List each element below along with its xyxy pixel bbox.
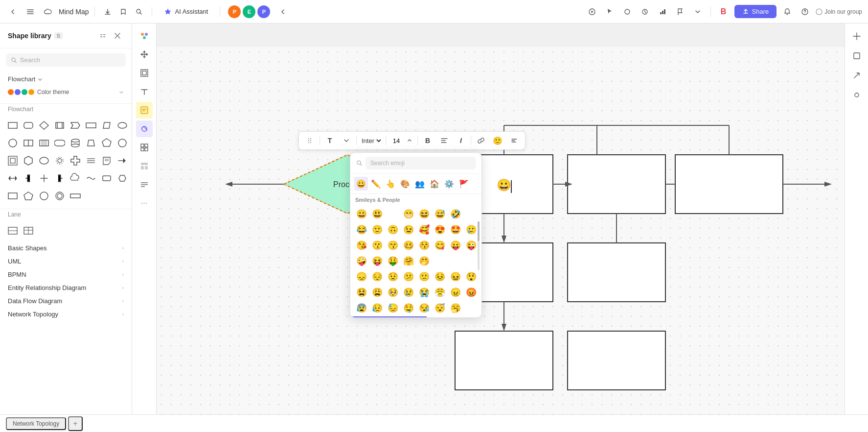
emoji-zany[interactable]: 🤪 — [354, 254, 369, 268]
font-size-up-button[interactable] — [405, 134, 414, 147]
shape-split-rect[interactable] — [22, 136, 35, 150]
join-group-link[interactable]: Join our group — [816, 8, 862, 15]
emoji-cat-symbols[interactable]: 🚩 — [457, 177, 471, 191]
bottom-left-box[interactable] — [455, 331, 553, 390]
emoji-cat-people[interactable]: 👥 — [413, 177, 427, 191]
shape-table[interactable] — [22, 224, 35, 238]
font-size-input[interactable] — [389, 137, 404, 144]
emoji-sob[interactable]: 😭 — [417, 285, 432, 300]
shape-rect[interactable] — [6, 119, 20, 132]
emoji-astonished[interactable]: 😲 — [464, 269, 479, 284]
collapse-sidebar-button[interactable] — [276, 5, 290, 19]
emoji-persevere[interactable]: 😣 — [433, 269, 447, 284]
shape-plus[interactable] — [37, 171, 51, 185]
emoji-grinning[interactable]: 😀 — [354, 207, 369, 221]
emoji-squinting[interactable]: 😆 — [417, 207, 432, 221]
emoji-button[interactable]: 🙂 — [491, 134, 504, 147]
color-theme-row[interactable]: Color theme — [8, 87, 124, 97]
shape-rounded-rect[interactable] — [22, 119, 35, 132]
emoji-sad-relief[interactable]: 😥 — [370, 301, 385, 315]
shape-circle3[interactable] — [37, 189, 51, 203]
link-button[interactable] — [474, 134, 488, 147]
grid-button[interactable] — [136, 139, 153, 156]
pen-button[interactable] — [136, 120, 153, 137]
template-button[interactable] — [136, 158, 153, 174]
emoji-kiss-heart[interactable]: 😘 — [354, 238, 369, 253]
emoji-steam[interactable]: 😤 — [433, 285, 447, 300]
shape-diamond[interactable] — [37, 119, 51, 132]
frame-button[interactable] — [136, 65, 153, 81]
align-button[interactable] — [437, 134, 451, 147]
bpmn-item[interactable]: BPMN › — [0, 268, 132, 281]
emoji-hug[interactable]: 🤗 — [401, 254, 416, 268]
font-t-button[interactable]: T — [323, 134, 337, 147]
text-button[interactable] — [136, 83, 153, 100]
emoji-rage[interactable]: 😡 — [464, 285, 479, 300]
emoji-shush[interactable]: 🤭 — [417, 254, 432, 268]
italic-button[interactable]: I — [454, 134, 468, 147]
cursor-button[interactable] — [603, 5, 617, 19]
emoji-drool[interactable]: 🤤 — [401, 301, 416, 315]
emoji-heart-eyes[interactable]: 🥰 — [417, 222, 432, 237]
bottom-right-box[interactable] — [568, 331, 665, 390]
menu-button[interactable] — [23, 5, 37, 19]
emoji-joy[interactable]: 😂 — [354, 222, 369, 237]
shape-pentagon[interactable] — [100, 136, 114, 150]
emoji-worried[interactable]: 😟 — [386, 269, 400, 284]
font-family-select[interactable]: Inter — [360, 137, 383, 145]
document-title[interactable]: Mind Map — [59, 8, 89, 16]
shape-drum[interactable] — [69, 136, 82, 150]
bookmark-button[interactable] — [116, 5, 130, 19]
color-palette-button[interactable] — [136, 27, 153, 44]
emoji-star-eyes[interactable]: 😍 — [433, 222, 447, 237]
sidebar-settings-button[interactable] — [96, 29, 109, 42]
emoji-confused[interactable]: 😕 — [401, 269, 416, 284]
shape-chevron-rect[interactable] — [69, 119, 82, 132]
emoji-slight-smile[interactable]: 🙂 — [370, 222, 385, 237]
flowchart-label[interactable]: Flowchart — [8, 75, 124, 83]
emoji-cat-smileys[interactable]: 😀 — [354, 177, 368, 191]
back-button[interactable] — [6, 5, 20, 19]
emoji-tired[interactable]: 😫 — [354, 285, 369, 300]
emoji-slightly-frown[interactable]: 🙁 — [417, 269, 432, 284]
play-button[interactable] — [585, 5, 599, 19]
emoji-weary[interactable]: 😩 — [370, 285, 385, 300]
emoji-sweat-smile[interactable]: 😅 — [433, 207, 447, 221]
right-toolbar-btn-1[interactable] — [848, 27, 866, 45]
shape-rect-sides[interactable] — [53, 119, 67, 132]
emoji-smiling-tear[interactable]: 😗 — [370, 238, 385, 253]
sticky-note-button[interactable] — [136, 102, 153, 119]
flag-button[interactable] — [673, 5, 687, 19]
emoji-tongue[interactable]: 😛 — [448, 238, 463, 253]
shape-double-circle[interactable] — [53, 189, 67, 203]
emoji-squinting-tongue[interactable]: 😝 — [370, 254, 385, 268]
shape-note[interactable] — [100, 154, 114, 168]
shape-hex[interactable] — [22, 154, 35, 168]
shape-sun[interactable] — [53, 154, 67, 168]
network-item[interactable]: Network Topology › — [0, 308, 132, 321]
shape-wave[interactable] — [84, 171, 98, 185]
emoji-upside-down[interactable]: 🙃 — [386, 222, 400, 237]
emoji-grinning-eyes[interactable]: 😁 — [401, 207, 416, 221]
shape-bracket-left[interactable] — [22, 171, 35, 185]
shape-circle[interactable] — [6, 136, 20, 150]
emoji-winktongue[interactable]: 😜 — [464, 238, 479, 253]
shape-cross[interactable] — [69, 154, 82, 168]
top-right-box2[interactable] — [675, 155, 783, 214]
basic-shapes-item[interactable]: Basic Shapes › — [0, 241, 132, 255]
bell-button[interactable] — [780, 5, 794, 19]
shape-arrow-right[interactable] — [115, 154, 129, 168]
search-button[interactable] — [132, 5, 146, 19]
shape-rect-r[interactable] — [100, 171, 114, 185]
shape-pentagon2[interactable] — [22, 189, 35, 203]
emoji-cry[interactable]: 😢 — [401, 285, 416, 300]
shape-nested-rect[interactable] — [6, 154, 20, 168]
emoji-starstruck[interactable]: 🤩 — [448, 222, 463, 237]
brand-icon[interactable]: B — [717, 5, 731, 19]
emoji-money[interactable]: 🤑 — [386, 254, 400, 268]
shape-trapezoid[interactable] — [84, 136, 98, 150]
help-button[interactable] — [798, 5, 812, 19]
move-button[interactable] — [136, 46, 153, 63]
emoji-pensive[interactable]: 😔 — [370, 269, 385, 284]
emoji-wink[interactable]: 😉 — [401, 222, 416, 237]
